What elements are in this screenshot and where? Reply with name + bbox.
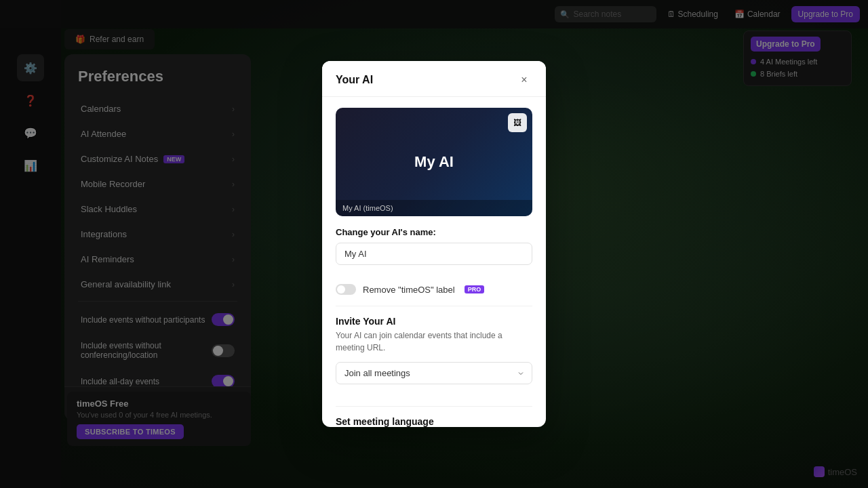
modal-body: My AI My AI (timeOS) 🖼 Change your AI's … bbox=[322, 97, 546, 427]
language-section: Set meeting language Choose a preferred … bbox=[336, 416, 532, 427]
ai-name-input[interactable] bbox=[336, 243, 532, 265]
invite-dropdown[interactable]: Join all meetings Join selected meetings… bbox=[336, 362, 532, 384]
edit-image-icon: 🖼 bbox=[513, 118, 521, 127]
modal-divider-2 bbox=[336, 406, 532, 407]
modal-overlay: Your AI × My AI My AI (timeOS) 🖼 Change … bbox=[0, 0, 868, 488]
modal-divider-1 bbox=[336, 306, 532, 306]
invite-section: Invite Your AI Your AI can join calendar… bbox=[336, 316, 532, 395]
remove-label-toggle[interactable] bbox=[336, 284, 356, 295]
ai-card-footer: My AI (timeOS) bbox=[336, 200, 532, 216]
ai-card-edit-button[interactable]: 🖼 bbox=[508, 113, 527, 132]
modal-title: Your AI bbox=[336, 74, 373, 86]
your-ai-modal: Your AI × My AI My AI (timeOS) 🖼 Change … bbox=[322, 61, 546, 427]
language-title: Set meeting language bbox=[336, 416, 532, 427]
ai-card: My AI My AI (timeOS) 🖼 bbox=[336, 108, 532, 216]
modal-header: Your AI × bbox=[322, 61, 546, 97]
remove-label-text: Remove "timeOS" label bbox=[363, 285, 455, 295]
ai-card-display-name: My AI bbox=[414, 153, 454, 171]
remove-label-row: Remove "timeOS" label PRO bbox=[336, 284, 532, 295]
modal-close-button[interactable]: × bbox=[516, 72, 532, 88]
ai-name-label: Change your AI's name: bbox=[336, 227, 532, 237]
invite-desc: Your AI can join calendar events that in… bbox=[336, 329, 532, 354]
ai-name-section: Change your AI's name: bbox=[336, 227, 532, 273]
pro-badge: PRO bbox=[465, 285, 485, 293]
invite-title: Invite Your AI bbox=[336, 316, 532, 327]
